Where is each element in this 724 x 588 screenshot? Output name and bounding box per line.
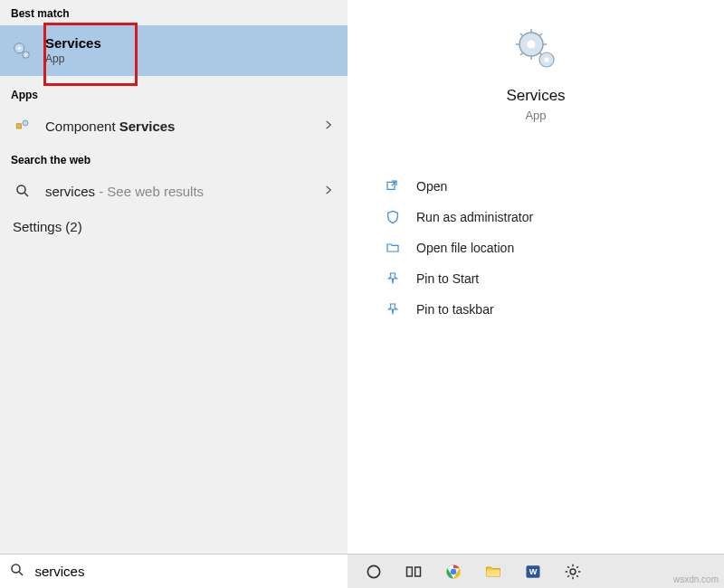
svg-point-8 — [12, 564, 20, 573]
settings-results[interactable]: Settings (2) — [0, 210, 348, 243]
cortana-icon[interactable] — [364, 562, 384, 582]
pin-icon — [384, 270, 402, 288]
svg-line-16 — [520, 33, 523, 36]
svg-point-11 — [528, 41, 536, 49]
action-label: Open — [416, 179, 447, 194]
action-pin-to-start[interactable]: Pin to Start — [384, 263, 724, 294]
best-match-title: Services — [45, 35, 101, 52]
word-icon[interactable]: W — [523, 562, 543, 582]
svg-rect-4 — [16, 124, 21, 128]
svg-line-19 — [539, 33, 542, 36]
svg-line-18 — [520, 52, 523, 55]
search-icon — [9, 562, 25, 582]
gears-icon — [11, 40, 33, 62]
svg-point-28 — [451, 568, 457, 574]
search-icon — [13, 181, 33, 201]
pin-icon — [384, 300, 402, 318]
action-pin-to-taskbar[interactable]: Pin to taskbar — [384, 294, 724, 325]
search-input[interactable] — [34, 564, 338, 579]
details-subtitle: App — [348, 109, 724, 122]
svg-point-32 — [570, 569, 576, 574]
open-icon — [384, 177, 402, 195]
details-title: Services — [348, 87, 724, 105]
details-panel: Services App Open Run as administrator O… — [348, 0, 724, 554]
action-open[interactable]: Open — [384, 171, 724, 202]
web-header: Search the web — [0, 145, 348, 172]
web-item-services[interactable]: services - See web results — [0, 172, 348, 210]
action-label: Pin to taskbar — [416, 302, 494, 317]
best-match-services[interactable]: Services App — [0, 25, 348, 76]
search-results-panel: Best match Services App Apps Component S… — [0, 0, 348, 554]
task-view-icon[interactable] — [404, 562, 424, 582]
action-run-as-admin[interactable]: Run as administrator — [384, 202, 724, 232]
action-label: Pin to Start — [416, 271, 479, 286]
svg-point-6 — [17, 185, 25, 194]
apps-item-component-services[interactable]: Component Services — [0, 107, 348, 145]
action-open-file-location[interactable]: Open file location — [384, 232, 724, 263]
settings-icon[interactable] — [563, 562, 583, 582]
chevron-right-icon — [322, 184, 335, 199]
svg-rect-26 — [415, 567, 421, 576]
component-icon — [13, 116, 33, 136]
actions-list: Open Run as administrator Open file loca… — [348, 171, 724, 325]
chevron-right-icon — [322, 119, 335, 134]
svg-line-7 — [24, 193, 28, 196]
gears-icon — [514, 27, 557, 71]
shield-icon — [384, 208, 402, 226]
apps-item-label: Component Services — [45, 119, 322, 134]
chrome-icon[interactable] — [443, 562, 463, 582]
svg-point-24 — [367, 565, 379, 577]
watermark: wsxdn.com — [673, 574, 719, 584]
folder-icon — [384, 239, 402, 257]
svg-rect-25 — [407, 567, 413, 576]
taskbar: W — [348, 554, 724, 588]
svg-point-21 — [544, 57, 548, 62]
apps-header: Apps — [0, 76, 348, 107]
svg-point-1 — [17, 46, 21, 50]
svg-rect-29 — [487, 570, 500, 576]
action-label: Run as administrator — [416, 210, 533, 224]
search-bar[interactable] — [0, 554, 348, 588]
action-label: Open file location — [416, 241, 514, 255]
svg-point-3 — [24, 53, 26, 55]
web-item-label: services - See web results — [45, 184, 322, 199]
best-match-header: Best match — [0, 0, 348, 25]
best-match-subtitle: App — [45, 52, 101, 66]
file-explorer-icon[interactable] — [483, 562, 503, 582]
svg-point-5 — [23, 120, 28, 126]
svg-text:W: W — [529, 567, 538, 576]
svg-line-9 — [19, 572, 23, 575]
